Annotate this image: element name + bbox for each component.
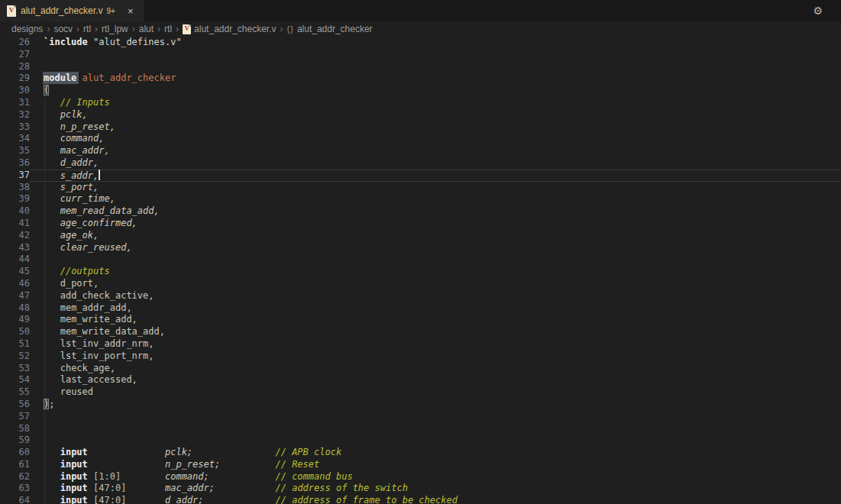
code-line-content: d_addr, [30,157,841,170]
code-line[interactable]: 53 check_age, [0,363,841,375]
code-line[interactable]: 28 [0,61,841,73]
code-line[interactable]: 43 clear_reused, [0,242,841,254]
line-number[interactable]: 39 [0,193,30,205]
line-number[interactable]: 57 [0,411,30,423]
line-number[interactable]: 36 [0,157,30,170]
tab-alut-addr-checker[interactable]: V alut_addr_checker.v 9+ × [0,0,145,21]
code-token: // command bus [275,471,352,482]
code-line[interactable]: 45 //outputs [0,266,841,278]
code-line[interactable]: 29module alut_addr_checker [0,73,841,85]
code-line[interactable]: 62 input [1:0] command; // command bus [0,471,841,483]
code-token [44,109,60,120]
breadcrumb-separator-icon: › [176,24,179,34]
breadcrumb-item-socv[interactable]: socv [53,24,73,34]
line-number[interactable]: 59 [0,435,30,447]
line-number[interactable]: 33 [0,121,30,134]
gear-icon[interactable]: ⚙ [813,0,823,21]
line-number[interactable]: 38 [0,182,30,194]
line-number[interactable]: 29 [0,73,30,85]
line-number[interactable]: 51 [0,338,30,351]
breadcrumb-separator-icon: › [47,24,50,34]
code-line[interactable]: 38 s_port, [0,182,841,194]
line-number[interactable]: 44 [0,254,30,266]
code-line[interactable]: 40 mem_read_data_add, [0,205,841,218]
line-number[interactable]: 64 [0,495,30,504]
code-line[interactable]: 60 input pclk; // APB clock [0,447,841,459]
code-line[interactable]: 51 lst_inv_addr_nrm, [0,338,841,351]
line-number[interactable]: 40 [0,205,30,218]
breadcrumb-label: alut_addr_checker [297,24,373,34]
line-number[interactable]: 47 [0,290,30,302]
line-number[interactable]: 61 [0,459,30,471]
line-number[interactable]: 41 [0,218,30,230]
line-number[interactable]: 46 [0,278,30,290]
line-number[interactable]: 37 [0,170,30,182]
line-number[interactable]: 56 [0,399,30,411]
breadcrumb-item-rtl-lpw[interactable]: rtl_lpw [102,24,128,34]
line-number[interactable]: 27 [0,49,30,61]
line-number[interactable]: 34 [0,133,30,145]
code-line-content: n_p_reset, [30,121,841,134]
breadcrumb-separator-icon: › [95,24,98,34]
code-line[interactable]: 41 age_confirmed, [0,218,841,230]
code-editor[interactable]: 26`include "alut_defines.v"272829module … [0,37,841,504]
line-number[interactable]: 50 [0,326,30,338]
code-line[interactable]: 56); [0,399,841,411]
code-line[interactable]: 55 reused [0,386,841,399]
code-line[interactable]: 37 s_addr, [0,170,841,182]
code-line[interactable]: 49 mem_write_add, [0,314,841,326]
code-line[interactable]: 31 // Inputs [0,97,841,109]
line-number[interactable]: 55 [0,386,30,399]
code-line[interactable]: 57 [0,411,841,423]
code-line[interactable]: 52 lst_inv_port_nrm, [0,351,841,363]
code-line[interactable]: 50 mem_write_data_add, [0,326,841,338]
code-line[interactable]: 42 age_ok, [0,230,841,242]
code-line[interactable]: 30( [0,85,841,97]
line-number[interactable]: 52 [0,351,30,363]
code-line[interactable]: 34 command, [0,133,841,145]
code-line[interactable]: 46 d_port, [0,278,841,290]
breadcrumb-item-designs[interactable]: designs [11,24,43,34]
line-number[interactable]: 49 [0,314,30,326]
line-number[interactable]: 30 [0,85,30,97]
line-number[interactable]: 63 [0,483,30,495]
close-icon[interactable]: × [125,5,137,17]
code-line[interactable]: 32 pclk, [0,109,841,121]
breadcrumb-item-alut-addr-checker-v[interactable]: Valut_addr_checker.v [183,24,276,34]
code-line[interactable]: 48 mem_addr_add, [0,302,841,315]
code-line[interactable]: 26`include "alut_defines.v" [0,37,841,49]
code-line-content: input pclk; // APB clock [30,447,841,459]
line-number[interactable]: 42 [0,230,30,242]
code-line[interactable]: 33 n_p_reset, [0,121,841,134]
code-line[interactable]: 54 last_accessed, [0,374,841,386]
code-line[interactable]: 47 add_check_active, [0,290,841,302]
code-line[interactable]: 59 [0,435,841,447]
code-line[interactable]: 39 curr_time, [0,193,841,205]
breadcrumb-item-rtl[interactable]: rtl [164,24,172,34]
code-line[interactable]: 35 mac_addr, [0,145,841,157]
line-number[interactable]: 53 [0,363,30,375]
code-line[interactable]: 58 [0,423,841,435]
breadcrumb-item-alut-addr-checker[interactable]: {}alut_addr_checker [287,24,373,34]
line-number[interactable]: 32 [0,109,30,121]
line-number[interactable]: 31 [0,97,30,109]
line-number[interactable]: 54 [0,374,30,386]
line-number[interactable]: 48 [0,302,30,315]
line-number[interactable]: 26 [0,37,30,49]
breadcrumb-item-rtl[interactable]: rtl [83,24,91,34]
line-number[interactable]: 35 [0,145,30,157]
line-number[interactable]: 62 [0,471,30,483]
code-line-content: input [1:0] command; // command bus [30,471,841,483]
line-number[interactable]: 58 [0,423,30,435]
code-line[interactable]: 44 [0,254,841,266]
code-line[interactable]: 36 d_addr, [0,157,841,170]
code-line[interactable]: 64 input [47:0] d_addr; // address of fr… [0,495,841,504]
line-number[interactable]: 43 [0,242,30,254]
line-number[interactable]: 28 [0,61,30,73]
line-number[interactable]: 45 [0,266,30,278]
code-line[interactable]: 63 input [47:0] mac_addr; // address of … [0,483,841,495]
code-line[interactable]: 27 [0,49,841,61]
code-line[interactable]: 61 input n_p_reset; // Reset [0,459,841,471]
breadcrumb-item-alut[interactable]: alut [139,24,154,34]
line-number[interactable]: 60 [0,447,30,459]
